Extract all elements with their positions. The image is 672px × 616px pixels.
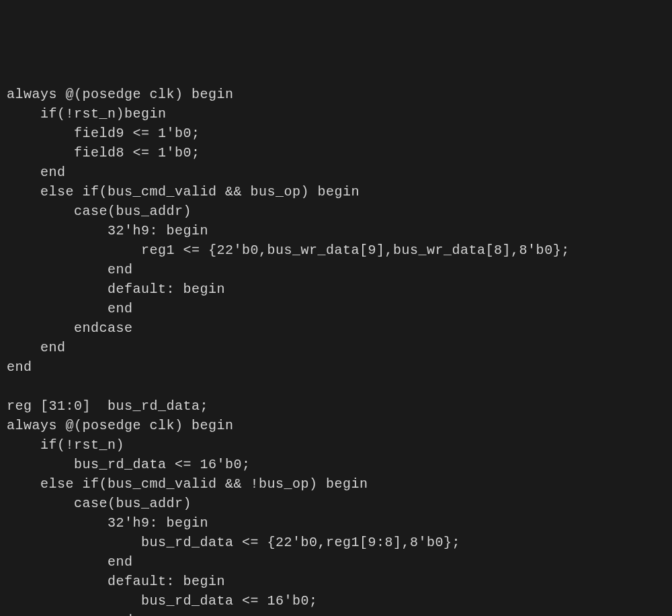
code-line: end	[7, 165, 66, 180]
code-line: bus_rd_data <= 16'b0;	[7, 457, 251, 472]
code-line: end	[7, 554, 133, 570]
verilog-code-block: always @(posedge clk) begin if(!rst_n)be…	[7, 85, 665, 616]
code-line: if(!rst_n)begin	[7, 106, 167, 122]
code-line: end	[7, 613, 133, 616]
code-line: reg1 <= {22'b0,bus_wr_data[9],bus_wr_dat…	[7, 243, 570, 258]
code-line: bus_rd_data <= {22'b0,reg1[9:8],8'b0};	[7, 535, 460, 550]
code-line: default: begin	[7, 574, 225, 589]
code-line: end	[7, 262, 133, 277]
code-line: end	[7, 359, 32, 375]
code-line: 32'h9: begin	[7, 223, 208, 238]
code-line: always @(posedge clk) begin	[7, 87, 234, 102]
code-line: else if(bus_cmd_valid && bus_op) begin	[7, 184, 360, 200]
code-line: field8 <= 1'b0;	[7, 145, 200, 161]
code-line: if(!rst_n)	[7, 437, 124, 453]
code-line: end	[7, 340, 66, 355]
code-line: default: begin	[7, 281, 225, 297]
code-line: case(bus_addr)	[7, 496, 192, 511]
code-line: bus_rd_data <= 16'b0;	[7, 593, 318, 609]
code-line: else if(bus_cmd_valid && !bus_op) begin	[7, 476, 368, 492]
code-line: case(bus_addr)	[7, 204, 192, 219]
code-line: always @(posedge clk) begin	[7, 418, 234, 433]
code-line: endcase	[7, 320, 133, 336]
code-line: reg [31:0] bus_rd_data;	[7, 398, 208, 414]
code-line: field9 <= 1'b0;	[7, 126, 200, 141]
code-line: 32'h9: begin	[7, 515, 208, 531]
code-line: end	[7, 301, 133, 316]
